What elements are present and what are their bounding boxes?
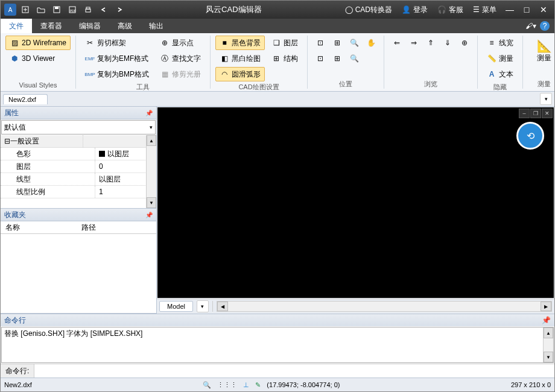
redo-button[interactable]: [113, 3, 126, 16]
cmd-pin-icon[interactable]: 📌: [542, 316, 551, 324]
layer-button[interactable]: ❑图层: [267, 36, 302, 50]
style-dropdown-icon[interactable]: 🖌▾: [525, 22, 536, 30]
props-pin-icon[interactable]: 📌: [145, 110, 153, 116]
nav-right-button[interactable]: ⇒: [406, 36, 422, 50]
user-icon: 👤: [402, 5, 411, 14]
open-file-button[interactable]: [34, 3, 48, 16]
cmd-scrollbar[interactable]: ▲▼: [543, 327, 553, 362]
canvas-fab-button[interactable]: ⟲: [516, 122, 544, 150]
zoom-fit-button[interactable]: ⊞: [329, 51, 345, 66]
menu-advanced[interactable]: 高级: [109, 19, 141, 33]
fav-pin-icon[interactable]: 📌: [145, 212, 153, 218]
zoom-select-button[interactable]: ⊡: [312, 51, 328, 66]
canvas-close-button[interactable]: ✕: [542, 109, 553, 118]
zoom-out-button[interactable]: 🔍: [346, 51, 362, 66]
find-text-button[interactable]: Ⓐ查找文字: [156, 51, 205, 66]
support-button[interactable]: 🎧客服: [434, 5, 467, 15]
clip-frame-button[interactable]: ✂剪切框架: [81, 36, 153, 50]
wireframe-2d-button[interactable]: ▨2D Wireframe: [5, 36, 71, 50]
status-polar-button[interactable]: ✎: [255, 381, 261, 389]
show-point-button[interactable]: ⊕显示点: [156, 36, 205, 50]
measure-button[interactable]: 📏测量: [483, 51, 518, 66]
zoom-extent-button[interactable]: ⊞: [329, 36, 345, 50]
trim-album-button[interactable]: ▦修剪光册: [156, 67, 205, 81]
fav-header: 收藏夹📌: [1, 209, 156, 221]
black-bg-button[interactable]: ■黑色背景: [215, 36, 265, 50]
help-button[interactable]: ?: [540, 21, 550, 31]
props-default-combo[interactable]: 默认值▾: [1, 120, 156, 134]
text-button[interactable]: A文本: [483, 67, 518, 81]
nav-center-button[interactable]: ⊕: [457, 36, 472, 50]
nav-left-button[interactable]: ⇐: [389, 36, 405, 50]
copy-emf-button[interactable]: EMF复制为EMF格式: [81, 51, 153, 66]
viewer-3d-button[interactable]: ⬢3D Viewer: [5, 51, 71, 66]
status-snap-button[interactable]: 🔍: [203, 381, 211, 389]
structure-button[interactable]: ⊞结构: [267, 51, 302, 66]
menu-file[interactable]: 文件: [1, 19, 32, 33]
drawing-canvas[interactable]: – ❐ ✕ ⟲: [157, 107, 554, 298]
bw-draw-button[interactable]: ◧黑白绘图: [215, 51, 265, 66]
linewidth-button[interactable]: ≡线宽: [483, 36, 518, 50]
undo-button[interactable]: [97, 3, 110, 16]
file-tab[interactable]: New2.dxf: [3, 94, 48, 104]
file-tab-dropdown[interactable]: ▾: [540, 93, 552, 105]
model-tab-dropdown[interactable]: ▾: [197, 300, 209, 312]
minimize-button[interactable]: —: [503, 3, 517, 16]
props-scrollbar[interactable]: ▲▼: [146, 135, 156, 208]
status-bar: New2.dxf 🔍 ⋮⋮⋮ ⊥ ✎ (17.99473; -8.004774;…: [1, 378, 554, 391]
save-button[interactable]: [50, 3, 63, 16]
trim-icon: ▦: [160, 69, 170, 79]
print-button[interactable]: [81, 3, 95, 16]
props-group-general[interactable]: ⊟ 一般设置: [1, 135, 83, 147]
title-bar: A PDF 风云CAD编辑器 ◯CAD转换器 👤登录 🎧客服 ☰菜单 — □ ✕: [1, 1, 554, 19]
prop-key: 线型比例: [1, 186, 95, 198]
converter-icon: ◯: [345, 5, 353, 14]
canvas-hscrollbar[interactable]: ◀▶: [217, 301, 552, 312]
arc-icon: ◠: [220, 69, 229, 79]
file-tab-strip: New2.dxf ▾: [1, 92, 554, 107]
smooth-arc-button[interactable]: ◠圆滑弧形: [215, 67, 265, 81]
zoom-out-icon: 🔍: [349, 54, 359, 63]
arrow-right-icon: ⇒: [409, 38, 419, 48]
close-button[interactable]: ✕: [536, 3, 551, 16]
bmp-icon: BMP: [85, 69, 95, 79]
fav-col-name[interactable]: 名称: [1, 223, 77, 233]
nav-up-button[interactable]: ⇑: [423, 36, 439, 50]
status-grid-button[interactable]: ⋮⋮⋮: [217, 381, 237, 389]
maximize-button[interactable]: □: [519, 3, 534, 16]
login-button[interactable]: 👤登录: [398, 5, 431, 15]
cube3d-icon: ⬢: [10, 54, 19, 63]
zoom-in-button[interactable]: 🔍: [346, 36, 362, 50]
menu-viewer[interactable]: 查看器: [32, 19, 71, 33]
fab-icon: ⟲: [527, 130, 534, 142]
pan-button[interactable]: ✋: [363, 36, 379, 50]
props-table: ⊟ 一般设置 色彩以图层 图层0 线型以图层 线型比例1 ▲▼: [1, 135, 156, 208]
cad-converter-button[interactable]: ◯CAD转换器: [341, 5, 396, 15]
cube-icon: ▨: [10, 38, 19, 48]
copy-bmp-button[interactable]: BMP复制为BMP格式: [81, 67, 153, 81]
canvas-restore-button[interactable]: ❐: [530, 109, 541, 118]
zoom-select-icon: ⊡: [316, 54, 325, 63]
model-tab[interactable]: Model: [159, 301, 193, 312]
status-file: New2.dxf: [4, 381, 32, 388]
props-header: 属性📌: [1, 107, 156, 119]
point-icon: ⊕: [160, 38, 170, 48]
menu-output[interactable]: 输出: [141, 19, 172, 33]
snap-icon: 🔍: [203, 381, 211, 389]
app-logo: A: [4, 4, 16, 16]
status-ortho-button[interactable]: ⊥: [243, 381, 249, 389]
cmd-input[interactable]: [34, 364, 554, 378]
fav-col-path[interactable]: 路径: [77, 223, 101, 233]
color-swatch: [99, 151, 105, 157]
cmd-log: 替换 [Geniso.SHX] 字体为 [SIMPLEX.SHX] ▲▼: [1, 327, 554, 363]
main-menu-button[interactable]: ☰菜单: [469, 5, 500, 15]
menu-bar: 文件 查看器 编辑器 高级 输出 🖌▾ ?: [1, 19, 554, 33]
new-file-button[interactable]: [19, 3, 32, 16]
hand-icon: ✋: [366, 38, 376, 48]
menu-editor[interactable]: 编辑器: [71, 19, 109, 33]
canvas-minimize-button[interactable]: –: [519, 109, 530, 118]
zoom-window-button[interactable]: ⊡: [312, 36, 328, 50]
nav-down-button[interactable]: ⇓: [440, 36, 455, 50]
measure-big-button[interactable]: 📐测量: [528, 36, 555, 68]
save-pdf-button[interactable]: PDF: [66, 3, 79, 16]
